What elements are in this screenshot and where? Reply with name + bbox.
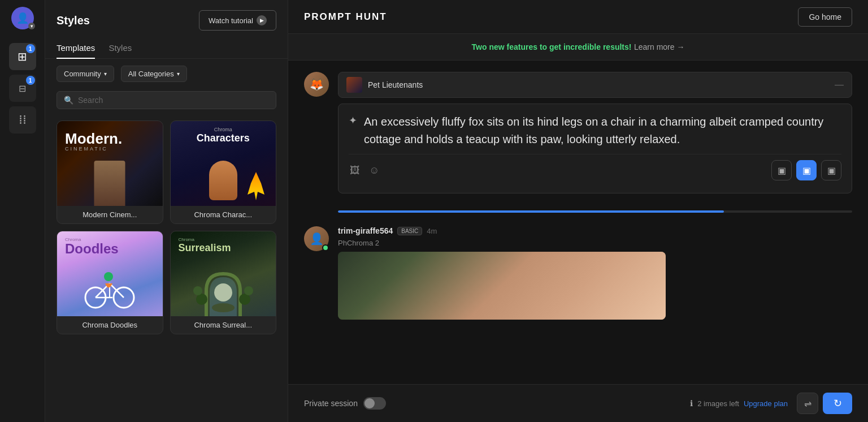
avatar-dropdown-icon: ▾ [28,23,35,29]
chars-figure [209,161,237,200]
template-card-chroma-surrealism[interactable]: Chroma Surrealism [170,231,277,334]
go-home-button[interactable]: Go home [798,7,852,27]
brand-logo: PROMPT HUNT [304,11,387,23]
layers-icon: ⊞ [18,50,27,63]
msg1-style-name: Pet Lieutenants [368,80,829,89]
svg-point-10 [244,286,253,295]
prompt-action-right: ▣ ▣ ▣ [771,160,841,180]
chat-area: 🦊 Pet Lieutenants — ✦ An excessively flu… [288,61,868,384]
grid-badge: 1 [26,76,35,85]
chroma-chars-text: Chroma Characters [171,127,276,144]
prompt-text-1: An excessively fluffy fox sits on its hi… [364,113,841,148]
image-attach-btn[interactable]: 🖼 [349,163,361,178]
msg2-body: trim-giraffe564 BASIC 4m PhChroma 2 [338,226,852,320]
msg2-image-preview [338,252,666,320]
people-icon: ⁞⁞ [19,113,27,127]
images-left-info: ℹ 2 images left Upgrade plan [690,399,788,408]
emoji-btn[interactable]: ☺ [368,163,380,178]
template-card-chroma-doodles[interactable]: Chroma Doodles Chrom [57,231,163,334]
svg-point-6 [104,272,113,281]
panel-tabs: Templates Styles [45,38,288,59]
banner-highlight: Two new features to get incredible resul… [472,42,632,51]
info-icon: ℹ [690,399,693,408]
thumb-chroma-characters: Chroma Characters [171,121,276,206]
msg1-body: Pet Lieutenants — ✦ An excessively fluff… [338,72,852,199]
private-session-toggle[interactable] [363,397,386,410]
panel-title: Styles [57,14,90,27]
panel-filters: Community ▾ All Categories ▾ [45,59,288,89]
categories-chevron-icon: ▾ [177,71,180,77]
msg2-time: 4m [427,227,437,235]
svg-line-3 [110,283,124,298]
progress-bar-fill [338,210,724,213]
images-left-label: 2 images left [697,399,739,408]
svg-point-12 [212,303,235,312]
main-content: PROMPT HUNT Go home Two new features to … [288,0,868,422]
sidebar-layers-btn[interactable]: ⊞ 1 [9,43,36,70]
msg1-style-bar: Pet Lieutenants — [338,72,852,98]
doodles-text: Chroma Doodles [65,237,119,256]
private-session-label: Private session [304,399,358,408]
thumb-chroma-surrealism: Chroma Surrealism [171,231,276,316]
msg1-style-dash[interactable]: — [835,80,844,90]
search-wrap[interactable]: 🔍 [57,91,276,109]
avatar-icon: 👤 [16,12,29,24]
online-indicator [322,244,329,251]
watch-tutorial-button[interactable]: Watch tutorial ▶ [199,10,276,31]
tab-styles[interactable]: Styles [108,38,132,58]
prompt-text-wrap: ✦ An excessively fluffy fox sits on its … [349,113,841,148]
small-image-icon-3: ▣ [827,165,836,176]
image-preview-overlay [338,252,666,320]
bottom-controls: Private session ℹ 2 images left Upgrade … [304,393,852,414]
msg1-style-thumb [346,77,362,93]
categories-filter-btn[interactable]: All Categories ▾ [121,66,187,82]
msg2-avatar: 👤 [304,226,329,251]
sidebar-grid-btn[interactable]: ⊟ 1 [9,75,36,102]
small-image-icon-1: ▣ [778,165,786,176]
msg2-badge: BASIC [397,227,422,235]
surreal-text: Chroma Surrealism [179,237,231,254]
templates-grid: Modern. CINEMATIC Modern Cinem... Chroma… [45,116,288,346]
bottom-right-actions: ⇌ ↻ [797,393,852,414]
sidebar-people-btn[interactable]: ⁞⁞ [9,106,36,134]
sidebar: 👤 ▾ ⊞ 1 ⊟ 1 ⁞⁞ [0,0,45,422]
tab-templates[interactable]: Templates [57,38,95,58]
chars-flame [248,172,264,200]
chat-bottom: Private session ℹ 2 images left Upgrade … [288,384,868,422]
community-filter-btn[interactable]: Community ▾ [57,66,114,82]
play-icon: ▶ [257,15,267,25]
template-card-chroma-characters[interactable]: Chroma Characters Chroma Charac... [170,120,277,224]
msg1-avatar: 🦊 [304,72,329,97]
small-image-icon-2: ▣ [802,165,811,176]
template-label-modern-cinematic: Modern Cinem... [57,206,163,223]
sparkle-icon: ✦ [349,114,357,127]
search-icon: 🔍 [64,96,73,105]
msg2-meta: trim-giraffe564 BASIC 4m [338,226,852,235]
upgrade-link[interactable]: Upgrade plan [744,399,788,408]
panel-header: Styles Watch tutorial ▶ [45,0,288,38]
generate-button[interactable]: ↻ [823,393,852,414]
template-label-chroma-doodles: Chroma Doodles [57,316,163,334]
search-input[interactable] [78,96,269,105]
layers-badge: 1 [26,44,35,53]
banner-learn-more[interactable]: Learn more → [634,42,684,51]
message-block-2: 👤 trim-giraffe564 BASIC 4m PhChroma 2 [304,226,852,325]
grid-icon: ⊟ [19,83,26,94]
prompt-content-1: ✦ An excessively fluffy fox sits on its … [338,104,852,193]
template-card-modern-cinematic[interactable]: Modern. CINEMATIC Modern Cinem... [57,120,163,224]
gen-btn-3[interactable]: ▣ [821,160,841,180]
user-avatar[interactable]: 👤 ▾ [11,7,34,29]
gen-btn-2[interactable]: ▣ [796,160,817,180]
svg-point-9 [193,286,202,295]
shuffle-button[interactable]: ⇌ [797,393,818,414]
msg2-username: trim-giraffe564 [338,226,393,235]
progress-bar-wrap [338,210,852,213]
refresh-icon: ↻ [834,397,842,410]
gen-btn-1[interactable]: ▣ [771,160,792,180]
watch-tutorial-label: Watch tutorial [209,16,253,25]
modern-text: Modern. CINEMATIC [65,131,122,152]
thumb-modern-cinematic: Modern. CINEMATIC [57,121,163,206]
bottom-right-group: ℹ 2 images left Upgrade plan ⇌ ↻ [690,393,852,414]
search-container: 🔍 [45,89,288,116]
surreal-arch-svg [189,260,257,316]
